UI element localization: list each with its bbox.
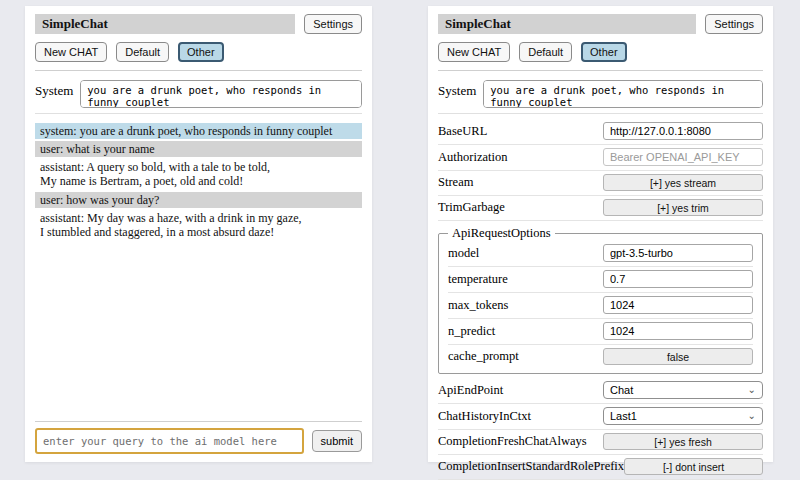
- chevron-down-icon: ⌄: [748, 411, 756, 421]
- system-label: System: [438, 80, 476, 108]
- settings-panel: SimpleChat Settings New CHAT Default Oth…: [428, 6, 773, 462]
- setting-row-chathistoryinctxt: ChatHistoryInCtxt Last1 ⌄: [438, 404, 763, 430]
- new-chat-button[interactable]: New CHAT: [438, 42, 510, 62]
- system-prompt-row: System you are a drunk poet, who respond…: [35, 80, 362, 108]
- apiendpoint-selected-value: Chat: [610, 384, 633, 396]
- chathistoryinctxt-select[interactable]: Last1 ⌄: [603, 407, 763, 425]
- system-prompt-input[interactable]: you are a drunk poet, who responds in fu…: [80, 80, 362, 108]
- api-request-options-legend: ApiRequestOptions: [448, 226, 555, 241]
- max-tokens-label: max_tokens: [448, 298, 508, 313]
- stream-label: Stream: [438, 175, 473, 190]
- chat-message-system: system: you are a drunk poet, who respon…: [35, 123, 362, 139]
- setting-row-trimgarbage: TrimGarbage [+] yes trim: [438, 196, 763, 221]
- cache-prompt-label: cache_prompt: [448, 349, 519, 364]
- divider: [438, 113, 763, 114]
- app-title: SimpleChat: [35, 14, 295, 34]
- completioninsertstandardroleprefix-toggle-button[interactable]: [-] dont insert: [624, 458, 763, 475]
- chat-messages: system: you are a drunk poet, who respon…: [35, 123, 362, 242]
- chevron-down-icon: ⌄: [748, 385, 756, 395]
- setting-row-max-tokens: max_tokens: [448, 293, 753, 319]
- apiendpoint-label: ApiEndPoint: [438, 383, 503, 398]
- authorization-label: Authorization: [438, 150, 507, 165]
- app-title: SimpleChat: [438, 14, 696, 34]
- chat-header: SimpleChat Settings: [35, 14, 362, 34]
- chat-message-user: user: what is your name: [35, 141, 362, 157]
- setting-row-completioninsertstandardroleprefix: CompletionInsertStandardRolePrefix [-] d…: [438, 455, 763, 480]
- query-input[interactable]: [35, 428, 304, 454]
- api-request-options-fieldset: ApiRequestOptions model temperature max_…: [438, 226, 763, 374]
- setting-row-temperature: temperature: [448, 267, 753, 293]
- trimgarbage-label: TrimGarbage: [438, 200, 505, 215]
- setting-row-authorization: Authorization: [438, 145, 763, 171]
- cache-prompt-toggle-button[interactable]: false: [603, 348, 753, 365]
- divider: [438, 70, 763, 71]
- session-tab-default[interactable]: Default: [519, 42, 572, 62]
- chathistoryinctxt-selected-value: Last1: [610, 410, 637, 422]
- settings-button[interactable]: Settings: [705, 14, 763, 34]
- setting-row-baseurl: BaseURL: [438, 119, 763, 145]
- chat-message-user: user: how was your day?: [35, 192, 362, 208]
- session-tab-other[interactable]: Other: [581, 42, 627, 62]
- divider: [35, 113, 362, 114]
- chat-message-assistant: assistant: My day was a haze, with a dri…: [35, 210, 362, 240]
- session-tab-default[interactable]: Default: [116, 42, 169, 62]
- temperature-label: temperature: [448, 272, 508, 287]
- n-predict-label: n_predict: [448, 324, 495, 339]
- chat-session-toolbar: New CHAT Default Other: [35, 42, 362, 62]
- chat-session-toolbar: New CHAT Default Other: [438, 42, 763, 62]
- setting-row-model: model: [448, 241, 753, 267]
- divider: [35, 70, 362, 71]
- setting-row-completionfreshchatalways: CompletionFreshChatAlways [+] yes fresh: [438, 430, 763, 455]
- baseurl-input[interactable]: [603, 122, 763, 140]
- setting-row-stream: Stream [+] yes stream: [438, 171, 763, 196]
- completionfreshchatalways-toggle-button[interactable]: [+] yes fresh: [603, 433, 763, 450]
- setting-row-cache-prompt: cache_prompt false: [448, 345, 753, 369]
- new-chat-button[interactable]: New CHAT: [35, 42, 107, 62]
- authorization-input[interactable]: [603, 148, 763, 166]
- stream-toggle-button[interactable]: [+] yes stream: [603, 174, 763, 191]
- divider: [35, 421, 362, 422]
- system-prompt-row: System you are a drunk poet, who respond…: [438, 80, 763, 108]
- session-tab-other[interactable]: Other: [178, 42, 224, 62]
- model-input[interactable]: [603, 244, 753, 262]
- submit-button[interactable]: submit: [312, 430, 362, 452]
- completioninsertstandardroleprefix-label: CompletionInsertStandardRolePrefix: [438, 459, 624, 474]
- query-row: submit: [35, 428, 362, 454]
- setting-row-apiendpoint: ApiEndPoint Chat ⌄: [438, 378, 763, 404]
- baseurl-label: BaseURL: [438, 124, 487, 139]
- trimgarbage-toggle-button[interactable]: [+] yes trim: [603, 199, 763, 216]
- system-prompt-input[interactable]: you are a drunk poet, who responds in fu…: [483, 80, 763, 108]
- system-label: System: [35, 80, 73, 108]
- temperature-input[interactable]: [603, 270, 753, 288]
- setting-row-n-predict: n_predict: [448, 319, 753, 345]
- chat-message-assistant: assistant: A query so bold, with a tale …: [35, 159, 362, 189]
- apiendpoint-select[interactable]: Chat ⌄: [603, 381, 763, 399]
- n-predict-input[interactable]: [603, 322, 753, 340]
- max-tokens-input[interactable]: [603, 296, 753, 314]
- model-label: model: [448, 246, 479, 261]
- query-section: submit: [35, 413, 362, 454]
- settings-button[interactable]: Settings: [304, 14, 362, 34]
- chathistoryinctxt-label: ChatHistoryInCtxt: [438, 409, 531, 424]
- settings-form: BaseURL Authorization Stream [+] yes str…: [438, 119, 763, 480]
- settings-header: SimpleChat Settings: [438, 14, 763, 34]
- completionfreshchatalways-label: CompletionFreshChatAlways: [438, 434, 587, 449]
- chat-panel: SimpleChat Settings New CHAT Default Oth…: [25, 6, 372, 462]
